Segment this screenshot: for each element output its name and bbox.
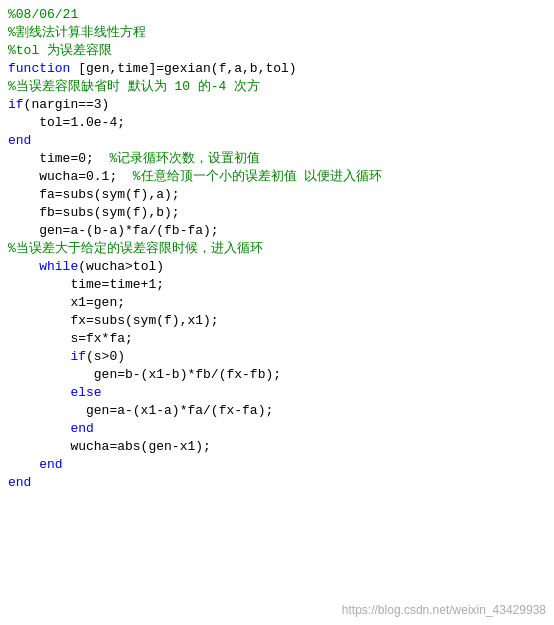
code-lines: %08/06/21%割线法计算非线性方程%tol 为误差容限function [… (8, 6, 546, 492)
code-line: %当误差容限缺省时 默认为 10 的-4 次方 (8, 78, 546, 96)
code-line: end (8, 132, 546, 150)
code-line: %tol 为误差容限 (8, 42, 546, 60)
code-line: function [gen,time]=gexian(f,a,b,tol) (8, 60, 546, 78)
code-line: end (8, 456, 546, 474)
code-line: wucha=0.1; %任意给顶一个小的误差初值 以便进入循环 (8, 168, 546, 186)
code-line: fx=subs(sym(f),x1); (8, 312, 546, 330)
code-line: %08/06/21 (8, 6, 546, 24)
code-line: x1=gen; (8, 294, 546, 312)
code-line: fa=subs(sym(f),a); (8, 186, 546, 204)
code-line: wucha=abs(gen-x1); (8, 438, 546, 456)
code-line: while(wucha>tol) (8, 258, 546, 276)
code-line: %割线法计算非线性方程 (8, 24, 546, 42)
code-line: gen=a-(x1-a)*fa/(fx-fa); (8, 402, 546, 420)
code-line: gen=a-(b-a)*fa/(fb-fa); (8, 222, 546, 240)
code-line: time=time+1; (8, 276, 546, 294)
code-line: else (8, 384, 546, 402)
code-line: end (8, 420, 546, 438)
code-line: fb=subs(sym(f),b); (8, 204, 546, 222)
code-line: time=0; %记录循环次数，设置初值 (8, 150, 546, 168)
code-line: s=fx*fa; (8, 330, 546, 348)
code-line: if(nargin==3) (8, 96, 546, 114)
code-line: tol=1.0e-4; (8, 114, 546, 132)
code-line: gen=b-(x1-b)*fb/(fx-fb); (8, 366, 546, 384)
watermark: https://blog.csdn.net/weixin_43429938 (342, 603, 546, 617)
code-line: if(s>0) (8, 348, 546, 366)
code-container: %08/06/21%割线法计算非线性方程%tol 为误差容限function [… (0, 0, 554, 625)
code-line: end (8, 474, 546, 492)
code-line: %当误差大于给定的误差容限时候，进入循环 (8, 240, 546, 258)
